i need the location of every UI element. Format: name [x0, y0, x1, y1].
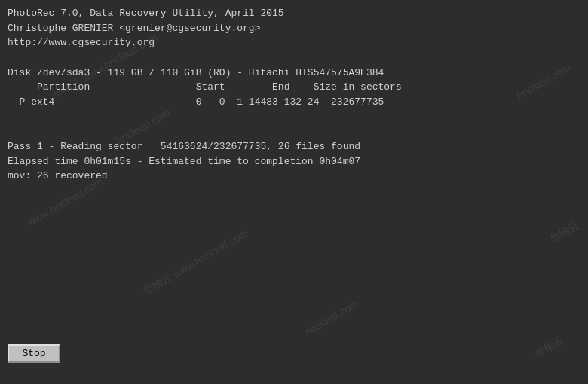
line-title: PhotoRec 7.0, Data Recovery Utility, Apr…: [8, 6, 580, 21]
line-elapsed: Elapsed time 0h01m15s - Estimated time t…: [8, 154, 580, 169]
line-recovered: mov: 26 recovered: [8, 169, 580, 184]
line-url: http://www.cgsecurity.org: [8, 35, 580, 50]
stop-button[interactable]: Stop: [8, 344, 60, 363]
watermark-4: 华纳云 www.hncloud.com: [140, 227, 250, 299]
line-partition-data: P ext4 0 0 1 14483 132 24 232677735: [8, 95, 580, 110]
terminal-content: PhotoRec 7.0, Data Recovery Utility, Apr…: [8, 6, 580, 184]
watermark-8: 华纳云: [532, 334, 566, 361]
line-author: Christophe GRENIER <grenier@cgsecurity.o…: [8, 21, 580, 36]
line-partition-header: Partition Start End Size in sectors: [8, 80, 580, 95]
line-pass-info: Pass 1 - Reading sector 54163624/2326777…: [8, 139, 580, 154]
watermark-6: 华纳云: [547, 219, 581, 247]
blank-2: [8, 109, 580, 124]
stop-button-area[interactable]: Stop: [8, 344, 60, 363]
blank-3: [8, 124, 580, 139]
line-disk-info: Disk /dev/sda3 - 119 GB / 110 GiB (RO) -…: [8, 66, 580, 81]
blank-1: [8, 50, 580, 66]
terminal-window: 华纳云 www.hncloud.com hncloud.com www.hncl…: [0, 0, 588, 384]
watermark-7: hncloud.com: [302, 297, 360, 338]
